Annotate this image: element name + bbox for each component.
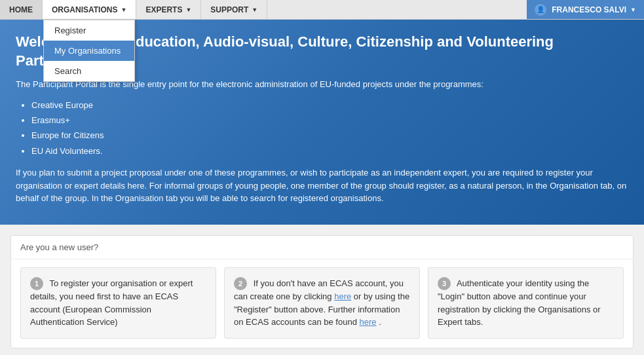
step-3-text: Authenticate your identity using the "Lo… — [438, 278, 601, 327]
user-dropdown-arrow: ▼ — [630, 7, 636, 13]
step-2-link2[interactable]: here — [360, 317, 377, 327]
main-content: Are you a new user? 1 To register your o… — [0, 225, 644, 355]
step-2-box: 2 If you don't have an ECAS account, you… — [224, 267, 420, 339]
nav-experts[interactable]: EXPERTS ▼ — [136, 0, 201, 19]
user-avatar-icon: 👤 — [535, 4, 546, 16]
nav-support[interactable]: SUPPORT ▼ — [201, 0, 267, 19]
programme-item: EU Aid Volunteers. — [31, 143, 628, 159]
dropdown-search[interactable]: Search — [44, 61, 134, 81]
organisations-dropdown-arrow: ▼ — [121, 7, 126, 13]
programme-item: Creative Europe — [31, 98, 628, 113]
step-1-number: 1 — [30, 277, 43, 290]
navbar: HOME ORGANISATIONS ▼ EXPERTS ▼ SUPPORT ▼… — [0, 0, 644, 20]
steps-container: 1 To register your organisation or exper… — [11, 259, 633, 348]
new-user-card-header: Are you a new user? — [11, 236, 633, 259]
step-1-box: 1 To register your organisation or exper… — [20, 267, 216, 339]
dropdown-my-organisations[interactable]: My Organisations — [44, 41, 134, 61]
nav-organisations[interactable]: ORGANISATIONS ▼ — [43, 0, 136, 19]
step-2-number: 2 — [234, 277, 247, 290]
programme-item: Europe for Citizens — [31, 128, 628, 143]
user-menu[interactable]: 👤 FRANCESCO SALVI ▼ — [527, 0, 644, 19]
programmes-list: Creative Europe Erasmus+ Europe for Citi… — [31, 98, 628, 159]
user-name: FRANCESCO SALVI — [552, 5, 626, 14]
organisations-dropdown: Register My Organisations Search — [43, 20, 135, 82]
new-user-card: Are you a new user? 1 To register your o… — [10, 235, 634, 348]
step-2-link1[interactable]: here — [334, 291, 351, 301]
programme-item: Erasmus+ — [31, 113, 628, 128]
step-2-text-after: . — [379, 317, 381, 327]
hero-description: If you plan to submit a project proposal… — [16, 166, 628, 205]
step-3-number: 3 — [438, 277, 451, 290]
support-dropdown-arrow: ▼ — [252, 7, 257, 13]
dropdown-register[interactable]: Register — [44, 20, 134, 41]
step-1-text: To register your organisation or expert … — [30, 278, 193, 327]
step-3-box: 3 Authenticate your identity using the "… — [428, 267, 624, 339]
experts-dropdown-arrow: ▼ — [185, 7, 191, 13]
nav-home[interactable]: HOME — [0, 0, 43, 19]
